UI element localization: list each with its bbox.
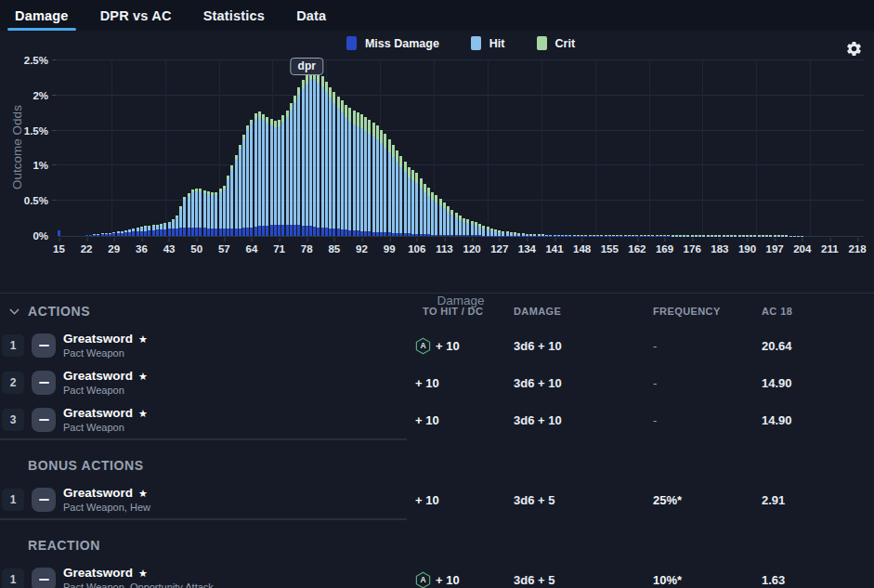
damage-bar: [112, 232, 115, 236]
miss-segment: [411, 234, 414, 236]
damage-bar: [753, 235, 756, 236]
damage-bar: [635, 235, 638, 236]
damage-bar: [215, 192, 217, 236]
damage-bar: [750, 235, 752, 236]
legend-item-crit[interactable]: Crit: [537, 36, 576, 50]
row-number-cell: 3: [0, 409, 26, 431]
remove-attack-button[interactable]: [32, 333, 56, 358]
row-number: 1: [2, 568, 24, 588]
gridline-vertical: [756, 60, 757, 236]
tab-dpr-vs-ac[interactable]: DPR vs AC: [93, 0, 179, 31]
crit-segment: [424, 184, 426, 192]
damage-cell: 3d6 + 10: [507, 413, 634, 427]
miss-segment: [235, 229, 238, 236]
tab-statistics[interactable]: Statistics: [196, 0, 272, 31]
svg-text:A: A: [420, 341, 425, 350]
damage-cell: 3d6 + 10: [507, 339, 634, 353]
dpr-value-cell: 20.64: [746, 339, 874, 353]
damage-bar: [667, 235, 670, 236]
damage-bar: [297, 87, 300, 236]
tab-bar: DamageDPR vs ACStatisticsData: [0, 0, 874, 31]
crit-segment: [357, 112, 359, 126]
miss-segment: [278, 225, 280, 236]
hit-segment: [191, 192, 194, 228]
damage-bar: [762, 235, 764, 236]
x-tick-label: 134: [518, 243, 536, 255]
damage-bar: [93, 234, 96, 236]
damage-bar: [270, 119, 273, 236]
damage-bar: [777, 235, 780, 236]
damage-bar: [160, 224, 163, 236]
damage-bar: [294, 96, 296, 236]
damage-bar: [549, 235, 552, 236]
crit-segment: [376, 125, 379, 139]
x-tick-label: 127: [490, 243, 508, 255]
hit-segment: [337, 108, 340, 229]
table-row[interactable]: 2Greatsword★Pact Weapon+ 103d6 + 10-14.9…: [0, 364, 874, 401]
damage-bar: [746, 235, 749, 236]
damage-bar: [734, 235, 737, 236]
x-tick-label: 211: [821, 243, 839, 255]
miss-segment: [160, 229, 163, 236]
minus-icon: [39, 579, 49, 581]
crit-segment: [294, 96, 296, 103]
tab-damage[interactable]: Damage: [7, 0, 76, 31]
remove-attack-button[interactable]: [32, 371, 56, 395]
crit-segment: [353, 111, 356, 124]
hit-segment: [297, 95, 300, 225]
damage-bar: [227, 176, 229, 236]
damage-bar: [384, 134, 386, 236]
miss-segment: [128, 232, 131, 236]
chart-plot-area: dpr 0%0.5%1%1.5%2%2.5%152229364350576471…: [58, 60, 864, 237]
hit-segment: [321, 86, 324, 228]
damage-bar: [424, 184, 426, 236]
minus-icon: [39, 419, 49, 422]
hit-segment: [427, 196, 430, 235]
miss-segment: [207, 229, 210, 236]
hit-segment: [195, 191, 198, 228]
tab-data[interactable]: Data: [289, 0, 333, 31]
crit-segment: [286, 111, 289, 117]
miss-segment: [203, 228, 206, 236]
miss-segment: [345, 229, 347, 236]
table-row[interactable]: 3Greatsword★Pact Weapon+ 103d6 + 10-14.9…: [0, 401, 874, 438]
collapse-section-toggle[interactable]: [0, 308, 28, 315]
table-row[interactable]: 1Greatsword★Pact WeaponA+ 103d6 + 10-20.…: [0, 327, 874, 364]
hit-segment: [384, 148, 386, 232]
damage-bar: [262, 114, 265, 236]
table-row[interactable]: 1Greatsword★Pact Weapon, Opportunity Att…: [0, 561, 874, 588]
x-tick-label: 204: [793, 243, 811, 255]
damage-bar: [714, 235, 717, 236]
attack-name-line: Greatsword★: [63, 566, 409, 581]
table-row[interactable]: 1Greatsword★Pact Weapon, Hew+ 103d6 + 52…: [0, 481, 874, 518]
damage-bar: [435, 195, 437, 236]
to-hit-value: + 10: [415, 413, 439, 427]
damage-bar: [302, 80, 305, 236]
damage-bar: [758, 235, 761, 236]
remove-attack-button[interactable]: [32, 408, 56, 432]
damage-bar: [274, 121, 277, 236]
hit-segment: [223, 189, 226, 229]
miss-segment: [415, 234, 418, 236]
damage-bar: [785, 235, 788, 236]
miss-segment: [466, 235, 469, 236]
damage-bar: [529, 234, 532, 236]
damage-bar: [683, 235, 685, 236]
damage-bar: [230, 165, 233, 236]
damage-bar: [321, 76, 324, 236]
crit-segment: [364, 117, 367, 131]
x-tick-label: 197: [766, 243, 784, 255]
remove-attack-button[interactable]: [32, 488, 56, 512]
remove-cell: [26, 371, 61, 395]
miss-segment: [286, 225, 289, 236]
remove-attack-button[interactable]: [32, 568, 56, 588]
miss-segment: [360, 231, 363, 236]
damage-bar: [341, 100, 344, 236]
legend-item-hit[interactable]: Hit: [471, 36, 505, 50]
damage-bar: [675, 235, 678, 236]
miss-segment: [478, 235, 481, 236]
crit-segment: [411, 170, 414, 180]
miss-segment: [439, 235, 442, 236]
legend-item-miss-damage[interactable]: Miss Damage: [346, 36, 439, 50]
crit-segment: [384, 134, 386, 147]
